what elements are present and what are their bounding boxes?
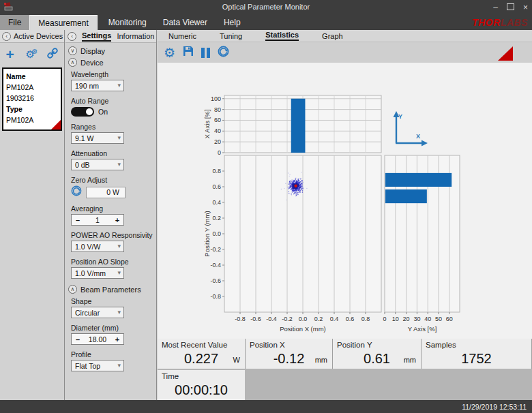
menu-monitoring[interactable]: Monitoring [100, 15, 155, 30]
position-ao-select[interactable]: 1.0 V/mm ▾ [71, 267, 124, 279]
svg-text:0.6: 0.6 [346, 316, 355, 322]
averaging-value[interactable]: 1 [84, 216, 111, 224]
pause-button[interactable] [201, 48, 210, 58]
connect-device-button[interactable] [46, 47, 59, 62]
increment-button[interactable]: + [111, 216, 123, 224]
tab-numeric[interactable]: Numeric [168, 32, 196, 40]
profile-label: Profile [71, 350, 156, 358]
dropdown-arrow-icon: ▾ [117, 309, 121, 316]
menu-measurement[interactable]: Measurement [29, 15, 97, 30]
auto-range-toggle[interactable] [71, 107, 94, 117]
statistics-charts: 020406080100X Axis [%]-0.8-0.6-0.4-0.20.… [158, 63, 532, 339]
samples-value: 1752 [422, 351, 531, 367]
time-value: 00:00:10 [158, 382, 245, 398]
chevron-up-icon: ∧ [68, 58, 77, 67]
most-recent-value-card: Most Recent Value 0.227 W [158, 339, 245, 369]
svg-text:-0.2: -0.2 [282, 316, 293, 322]
svg-text:X Axis [%]: X Axis [%] [203, 110, 211, 139]
tab-graph[interactable]: Graph [322, 32, 343, 40]
section-display[interactable]: ∨ Display [68, 46, 156, 56]
svg-text:0.4: 0.4 [212, 199, 221, 206]
tab-tuning[interactable]: Tuning [220, 32, 242, 40]
ranges-select[interactable]: 9.1 W ▾ [71, 132, 124, 144]
power-ao-label: POWER AO Responsivity [71, 231, 156, 239]
time-row: Time 00:00:10 [158, 370, 532, 400]
device-name-value: PM102A 1903216 [6, 82, 58, 104]
status-bar: 11/29/2019 12:53:11 [0, 400, 532, 413]
maximize-button[interactable] [507, 3, 514, 12]
save-button[interactable] [183, 46, 194, 59]
power-ao-select[interactable]: 1.0 V/W ▾ [71, 241, 124, 252]
svg-text:40: 40 [214, 127, 221, 134]
svg-text:-0.6: -0.6 [210, 277, 221, 284]
profile-select[interactable]: Flat Top ▾ [71, 360, 124, 371]
reset-button[interactable] [218, 46, 229, 60]
svg-text:60: 60 [214, 117, 221, 123]
decrement-button[interactable]: – [72, 216, 84, 224]
wavelength-select[interactable]: 190 nm ▾ [71, 80, 124, 91]
attenuation-select[interactable]: 0 dB ▾ [71, 159, 124, 170]
main-panel: Numeric Tuning Statistics Graph ⚙ [158, 30, 532, 400]
reset-icon [218, 46, 229, 57]
tab-settings[interactable]: Settings [82, 31, 111, 42]
toggle-knob [86, 108, 93, 115]
svg-text:Position X (mm): Position X (mm) [280, 325, 326, 333]
close-button[interactable]: × [522, 3, 529, 12]
svg-text:0.0: 0.0 [299, 316, 308, 322]
position-x-card: Position X -0.12 mm [246, 339, 332, 369]
svg-text:Y: Y [398, 113, 402, 120]
dropdown-arrow-icon: ▾ [117, 134, 121, 141]
thorlabs-logo: THORLABS [472, 17, 528, 28]
measurement-tab-bar: Numeric Tuning Statistics Graph [158, 30, 532, 42]
collapse-panel-icon[interactable]: ‹ [68, 32, 76, 41]
dropdown-arrow-icon: ▾ [117, 161, 121, 168]
diameter-stepper: – 18.00 + [71, 333, 124, 345]
zero-adjust-button[interactable] [71, 185, 82, 199]
svg-text:-0.8: -0.8 [210, 293, 221, 300]
dropdown-arrow-icon: ▾ [117, 362, 121, 369]
tab-information[interactable]: Information [117, 32, 154, 40]
window-title: Optical Parameter Monitor [0, 3, 532, 11]
increment-button[interactable]: + [111, 335, 123, 343]
zero-adjust-field[interactable]: 0 W [86, 187, 125, 198]
menu-file[interactable]: File [0, 15, 29, 30]
add-device-button[interactable]: + [5, 48, 14, 61]
zero-adjust-label: Zero Adjust [71, 176, 156, 184]
save-icon [183, 46, 194, 57]
statistics-toolbar: ⚙ [158, 42, 532, 63]
device-settings-button[interactable]: ⚙⚙ [25, 49, 34, 60]
minimize-button[interactable]: – [492, 3, 499, 12]
averaging-label: Averaging [71, 204, 156, 213]
status-datetime: 11/29/2019 12:53:11 [462, 403, 527, 411]
wavelength-label: Wavelength [71, 70, 156, 78]
app-window: Optical Parameter Monitor – × File Measu… [0, 0, 532, 413]
statistics-chart-area: 020406080100X Axis [%]-0.8-0.6-0.4-0.20.… [158, 63, 532, 339]
svg-text:0.2: 0.2 [212, 215, 221, 221]
shape-select[interactable]: Circular ▾ [71, 307, 124, 318]
svg-text:50: 50 [435, 316, 442, 322]
svg-text:Position Y (mm): Position Y (mm) [203, 211, 211, 256]
device-type-value: PM102A [6, 114, 58, 125]
section-device[interactable]: ∧ Device [68, 57, 156, 67]
diameter-label: Diameter (mm) [71, 324, 156, 332]
decrement-button[interactable]: – [72, 335, 84, 343]
device-card[interactable]: Name PM102A 1903216 Type PM102A [2, 67, 62, 131]
active-devices-panel: ‹ Active Devices + ⚙⚙ Name [0, 30, 65, 400]
stat-cards-row: Most Recent Value 0.227 W Position X -0.… [158, 339, 532, 369]
tab-statistics[interactable]: Statistics [265, 31, 299, 41]
svg-text:-0.6: -0.6 [250, 316, 261, 322]
gear-icon: ⚙ [31, 46, 38, 57]
dropdown-arrow-icon: ▾ [117, 82, 121, 89]
svg-text:X: X [416, 133, 420, 140]
menu-help[interactable]: Help [216, 15, 249, 30]
averaging-stepper: – 1 + [71, 214, 124, 226]
diameter-value[interactable]: 18.00 [84, 335, 111, 343]
samples-card: Samples 1752 [422, 339, 531, 369]
menu-data-viewer[interactable]: Data Viewer [155, 15, 216, 30]
dropdown-arrow-icon: ▾ [117, 269, 121, 276]
section-beam-parameters[interactable]: ∧ Beam Parameters [68, 284, 156, 294]
device-name-label: Name [6, 71, 58, 82]
chart-settings-button[interactable]: ⚙ [164, 46, 175, 59]
collapse-panel-icon[interactable]: ‹ [2, 32, 11, 41]
device-card-fold-icon [51, 120, 61, 129]
